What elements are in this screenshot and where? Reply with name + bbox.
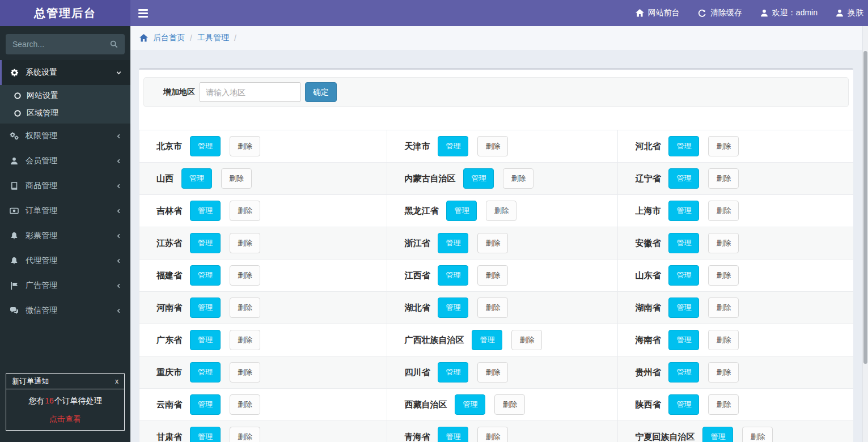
notification-title: 新订单通知 [12, 376, 49, 386]
user-icon [836, 9, 844, 17]
delete-button-河南省[interactable]: 删除 [230, 298, 260, 318]
manage-button-辽宁省[interactable]: 管理 [668, 168, 699, 189]
delete-button-辽宁省[interactable]: 删除 [708, 168, 739, 189]
nav-link-网站前台[interactable]: 网站前台 [626, 0, 689, 26]
delete-button-广西壮族自治区[interactable]: 删除 [511, 330, 542, 350]
delete-button-广东省[interactable]: 删除 [230, 330, 260, 350]
manage-button-海南省[interactable]: 管理 [668, 330, 699, 350]
delete-button-天津市[interactable]: 删除 [477, 136, 508, 156]
manage-button-江西省[interactable]: 管理 [438, 265, 468, 286]
region-row: 北京市管理删除天津市管理删除河北省管理删除 [139, 130, 853, 162]
manage-button-宁夏回族自治区[interactable]: 管理 [702, 427, 733, 442]
confirm-button[interactable]: 确定 [305, 82, 337, 102]
manage-button-湖南省[interactable]: 管理 [668, 298, 699, 318]
manage-button-河南省[interactable]: 管理 [190, 298, 221, 318]
home-icon[interactable] [139, 34, 148, 42]
view-orders-link[interactable]: 点击查看 [49, 414, 81, 424]
manage-button-河北省[interactable]: 管理 [668, 136, 699, 156]
delete-button-四川省[interactable]: 删除 [477, 362, 508, 382]
navbar-links: 网站前台清除缓存欢迎：admin换肤 [626, 0, 868, 26]
manage-button-重庆市[interactable]: 管理 [190, 362, 221, 382]
sidebar-item-wechat[interactable]: 微信管理 [0, 298, 130, 323]
manage-button-山西[interactable]: 管理 [181, 168, 212, 189]
sidebar-item-order[interactable]: 订单管理 [0, 198, 130, 223]
delete-button-重庆市[interactable]: 删除 [230, 362, 260, 382]
sidebar-item-agent[interactable]: 代理管理 [0, 248, 130, 273]
sidebar-item-region-management[interactable]: 区域管理 [0, 104, 130, 122]
sidebar-item-site-settings[interactable]: 网站设置 [0, 87, 130, 104]
manage-button-甘肃省[interactable]: 管理 [190, 427, 221, 442]
sidebar-item-goods[interactable]: 商品管理 [0, 173, 130, 198]
delete-button-安徽省[interactable]: 删除 [708, 233, 739, 253]
region-name: 内蒙古自治区 [404, 173, 455, 184]
manage-button-江苏省[interactable]: 管理 [190, 233, 221, 253]
sidebar-search [6, 34, 125, 54]
manage-button-北京市[interactable]: 管理 [190, 136, 221, 156]
manage-button-黑龙江省[interactable]: 管理 [446, 201, 477, 221]
manage-button-广西壮族自治区[interactable]: 管理 [472, 330, 502, 350]
delete-button-黑龙江省[interactable]: 删除 [486, 201, 516, 221]
delete-button-上海市[interactable]: 删除 [708, 201, 739, 221]
delete-button-云南省[interactable]: 删除 [230, 394, 260, 415]
delete-button-内蒙古自治区[interactable]: 删除 [503, 168, 533, 189]
search-input[interactable] [12, 40, 110, 49]
manage-button-内蒙古自治区[interactable]: 管理 [463, 168, 494, 189]
delete-button-宁夏回族自治区[interactable]: 删除 [742, 427, 773, 442]
notification-message: 您有16个订单待处理 [11, 396, 120, 406]
page-scrollbar[interactable] [862, 26, 868, 442]
manage-button-青海省[interactable]: 管理 [438, 427, 468, 442]
delete-button-贵州省[interactable]: 删除 [708, 362, 739, 382]
delete-button-河北省[interactable]: 删除 [708, 136, 739, 156]
delete-button-湖北省[interactable]: 删除 [477, 298, 508, 318]
delete-button-吉林省[interactable]: 删除 [230, 201, 260, 221]
delete-button-北京市[interactable]: 删除 [230, 136, 260, 156]
manage-button-山东省[interactable]: 管理 [668, 265, 699, 286]
manage-button-陕西省[interactable]: 管理 [668, 394, 699, 415]
delete-button-青海省[interactable]: 删除 [477, 427, 508, 442]
close-icon[interactable]: x [115, 377, 118, 385]
breadcrumb-item-tools[interactable]: 工具管理 [197, 33, 229, 43]
manage-button-浙江省[interactable]: 管理 [438, 233, 468, 253]
manage-button-贵州省[interactable]: 管理 [668, 362, 699, 382]
scrollbar-thumb[interactable] [863, 51, 867, 364]
manage-button-吉林省[interactable]: 管理 [190, 201, 221, 221]
delete-button-西藏自治区[interactable]: 删除 [494, 394, 525, 415]
delete-button-江西省[interactable]: 删除 [477, 265, 508, 286]
submenu-item-label: 区域管理 [27, 108, 58, 118]
sidebar-item-ad[interactable]: 广告管理 [0, 273, 130, 298]
sidebar-item-member[interactable]: 会员管理 [0, 148, 130, 173]
delete-button-海南省[interactable]: 删除 [708, 330, 739, 350]
manage-button-云南省[interactable]: 管理 [190, 394, 221, 415]
nav-link-欢迎：admin[interactable]: 欢迎：admin [751, 0, 827, 26]
app-title: 总管理后台 [0, 0, 130, 26]
sidebar-item-permission[interactable]: 权限管理 [0, 124, 130, 148]
delete-button-浙江省[interactable]: 删除 [477, 233, 508, 253]
manage-button-上海市[interactable]: 管理 [668, 201, 699, 221]
search-icon[interactable] [110, 40, 118, 48]
sidebar-item-system[interactable]: 系统设置 [0, 60, 130, 85]
manage-button-四川省[interactable]: 管理 [438, 362, 468, 382]
region-name-input[interactable] [200, 82, 300, 102]
delete-button-甘肃省[interactable]: 删除 [230, 427, 260, 442]
chevron-left-icon [116, 233, 122, 239]
manage-button-福建省[interactable]: 管理 [190, 265, 221, 286]
manage-button-天津市[interactable]: 管理 [438, 136, 468, 156]
nav-link-换肤[interactable]: 换肤 [827, 0, 868, 26]
delete-button-湖南省[interactable]: 删除 [708, 298, 739, 318]
delete-button-陕西省[interactable]: 删除 [708, 394, 739, 415]
nav-link-清除缓存[interactable]: 清除缓存 [689, 0, 751, 26]
sidebar-item-lottery[interactable]: 彩票管理 [0, 223, 130, 248]
delete-button-山西[interactable]: 删除 [221, 168, 252, 189]
delete-button-江苏省[interactable]: 删除 [230, 233, 260, 253]
breadcrumb-item-home[interactable]: 后台首页 [153, 33, 185, 43]
manage-button-湖北省[interactable]: 管理 [438, 298, 468, 318]
region-name: 广西壮族自治区 [404, 335, 464, 346]
delete-button-山东省[interactable]: 删除 [708, 265, 739, 286]
delete-button-福建省[interactable]: 删除 [230, 265, 260, 286]
region-name: 河北省 [635, 141, 660, 152]
sidebar-toggle-icon[interactable] [130, 0, 156, 26]
manage-button-西藏自治区[interactable]: 管理 [455, 394, 485, 415]
chevron-left-icon [116, 158, 122, 164]
manage-button-安徽省[interactable]: 管理 [668, 233, 699, 253]
manage-button-广东省[interactable]: 管理 [190, 330, 221, 350]
